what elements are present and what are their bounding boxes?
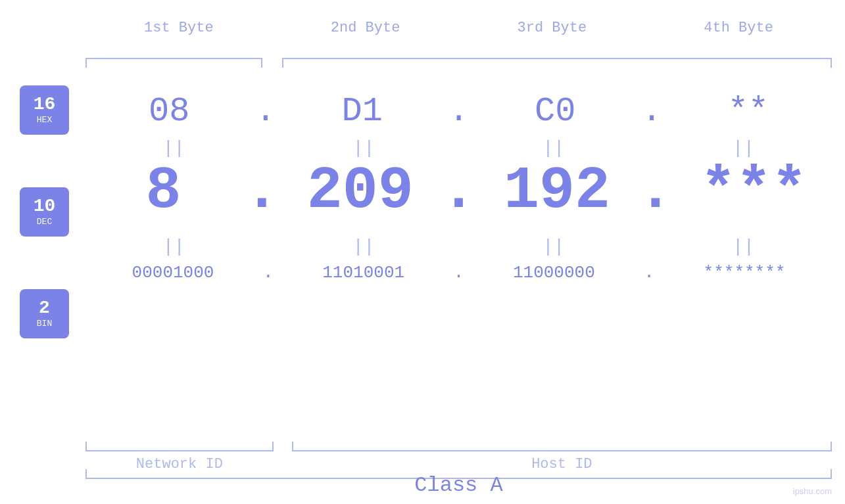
values-section: 08 . D1 . C0 . ** || || || || 8 . 209 . … [85,72,832,425]
header-byte-3: 3rd Byte [459,20,646,36]
badge-dec-number: 10 [34,197,56,216]
badge-column: 16 HEX 10 DEC 2 BIN [20,85,69,338]
badge-bin-label: BIN [37,319,52,329]
bin-byte-4: ******** [657,263,832,283]
sep-bin-1: . [260,263,276,283]
dec-byte-1: 8 [85,158,241,225]
hex-byte-2: D1 [279,92,446,131]
eq-b-sep-2 [452,237,466,257]
bin-byte-3: 11000000 [466,263,641,283]
equals-dec-bin: || || || || [85,237,832,257]
bin-byte-1: 00001000 [85,263,260,283]
badge-hex-label: HEX [37,115,52,125]
class-label: Class A [85,473,832,497]
top-bracket-network [85,58,262,68]
eq-1: || [85,138,262,158]
dec-row: 8 . 209 . 192 . *** [85,158,832,225]
hex-byte-1: 08 [85,92,253,131]
eq-b-1: || [85,237,262,257]
top-brackets [85,58,832,70]
top-bracket-host [282,58,832,68]
eq-3: || [466,138,642,158]
badge-dec-label: DEC [37,217,52,227]
header-byte-4: 4th Byte [645,20,832,36]
sep-bin-3: . [641,263,657,283]
eq-2: || [276,138,452,158]
badge-dec: 10 DEC [20,187,69,237]
sep-bin-2: . [451,263,467,283]
bin-byte-2: 11010001 [276,263,451,283]
eq-b-sep-1 [262,237,276,257]
sep-hex-3: . [639,92,664,131]
equals-hex-dec: || || || || [85,138,832,158]
byte-headers: 1st Byte 2nd Byte 3rd Byte 4th Byte [85,20,832,36]
eq-sep-1 [262,138,276,158]
eq-sep-2 [452,138,466,158]
dec-byte-4: *** [676,158,832,225]
sep-dec-2: . [438,158,479,225]
bottom-bracket-host [292,442,832,451]
main-container: 16 HEX 10 DEC 2 BIN 1st Byte 2nd Byte 3r… [0,0,845,504]
watermark: ipshu.com [793,486,832,496]
class-bracket: Class A [85,468,832,497]
eq-sep-3 [642,138,655,158]
eq-b-4: || [655,237,832,257]
hex-row: 08 . D1 . C0 . ** [85,92,832,131]
sep-dec-1: . [241,158,282,225]
bottom-bracket-network [85,442,274,451]
sep-dec-3: . [635,158,676,225]
badge-hex: 16 HEX [20,85,69,135]
sep-hex-2: . [446,92,471,131]
hex-byte-4: ** [665,92,832,131]
eq-b-3: || [466,237,642,257]
eq-b-sep-3 [642,237,655,257]
badge-bin-number: 2 [39,299,50,317]
header-byte-2: 2nd Byte [272,20,459,36]
header-byte-1: 1st Byte [85,20,272,36]
sep-hex-1: . [253,92,278,131]
badge-bin: 2 BIN [20,289,69,338]
eq-4: || [655,138,832,158]
dec-byte-3: 192 [479,158,635,225]
hex-byte-3: C0 [471,92,639,131]
dec-byte-2: 209 [282,158,438,225]
eq-b-2: || [276,237,452,257]
badge-hex-number: 16 [34,95,56,114]
bin-row: 00001000 . 11010001 . 11000000 . *******… [85,263,832,283]
